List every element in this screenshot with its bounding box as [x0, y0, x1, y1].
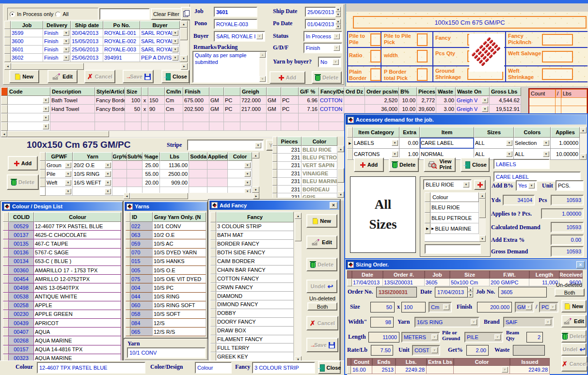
cell-gpwf[interactable]: Pile▼: [46, 170, 73, 178]
column-header[interactable]: Colors: [514, 127, 551, 138]
clear-filter-button[interactable]: Clear Filter: [151, 8, 182, 20]
add-color-button[interactable]: [474, 180, 486, 190]
table-row[interactable]: 231 VERT SAPIN: [272, 162, 337, 170]
scroll-thumb[interactable]: [295, 219, 302, 241]
column-header[interactable]: Size: [450, 270, 490, 279]
jobs-hscrollbar[interactable]: ◄ ►: [4, 63, 188, 70]
cell-code[interactable]: ▼: [8, 113, 50, 122]
dropdown-arrow-icon[interactable]: ▼: [528, 183, 535, 188]
finish-field[interactable]: 200.000: [477, 302, 512, 312]
dropdown-arrow-icon[interactable]: ▼: [543, 151, 549, 157]
column-header[interactable]: Pieces: [417, 87, 436, 96]
width-field[interactable]: [417, 50, 428, 62]
column-header[interactable]: [224, 87, 240, 96]
row-selector[interactable]: [210, 318, 216, 327]
table-row[interactable]: FILAMENT FANCY: [210, 335, 294, 344]
row-selector[interactable]: [210, 274, 216, 283]
column-header[interactable]: Grp%: [112, 152, 127, 161]
table-row[interactable]: 231 GRIS: [272, 193, 337, 198]
row-selector[interactable]: [210, 309, 216, 318]
column-header[interactable]: Color: [302, 137, 337, 146]
table-row[interactable]: 00137 4625-C CHOCOLATE: [3, 231, 121, 239]
scroll-down-icon[interactable]: ▼: [580, 154, 587, 160]
column-header[interactable]: Item: [420, 127, 474, 138]
dropdown-arrow-icon[interactable]: ▼: [543, 140, 549, 146]
column-header[interactable]: Cm/In: [165, 87, 183, 96]
table-row[interactable]: DIAMOND: [210, 292, 294, 300]
job-field[interactable]: 3601: [214, 7, 257, 17]
row-selector[interactable]: [3, 257, 9, 266]
dropdown-arrow-icon[interactable]: ▼: [105, 162, 111, 168]
row-selector[interactable]: [126, 293, 130, 301]
width-field[interactable]: 98: [370, 317, 394, 328]
unit-field[interactable]: PCS.: [556, 180, 584, 191]
dropdown-arrow-icon[interactable]: ▼: [65, 188, 71, 194]
job-no-field[interactable]: 3605: [498, 287, 547, 297]
brand-select[interactable]: SAIF▼: [503, 317, 554, 328]
column-header[interactable]: GPWF: [46, 152, 73, 161]
fancy-cancel-button[interactable]: ✗Cancel: [306, 316, 338, 330]
scroll-thumb[interactable]: [7, 131, 109, 137]
table-row[interactable]: BORDER FANCY: [210, 240, 294, 249]
table-row[interactable]: 231 BLEU RIOE: [272, 146, 337, 154]
size-unit-select[interactable]: Cm▼: [429, 302, 452, 312]
beam-qty-field[interactable]: 2: [526, 332, 543, 343]
accessory-close-button[interactable]: Close: [461, 157, 490, 172]
column-header[interactable]: Lbs: [160, 152, 189, 161]
table-row[interactable]: 00268 AQUA MARINE: [3, 336, 121, 345]
delete-button[interactable]: Delete: [312, 71, 342, 84]
table-row[interactable]: 00134 653-C ( BLUE ): [3, 257, 121, 266]
cell-colors[interactable]: ALL▼: [514, 149, 551, 160]
in-process-radio[interactable]: [10, 12, 15, 17]
column-header[interactable]: Job: [11, 21, 43, 29]
row-selector[interactable]: [3, 275, 9, 283]
table-row[interactable]: 3599 Finish▼ 30/04/2013 ROYALE-001 SARL …: [4, 29, 180, 37]
dropdown-arrow-icon[interactable]: ▼: [545, 319, 551, 325]
close-button[interactable]: Close: [161, 70, 190, 83]
row-selector[interactable]: [3, 239, 9, 248]
stripe-select[interactable]: ▼: [187, 140, 264, 151]
row-selector[interactable]: [272, 170, 277, 177]
table-row[interactable]: 231 BLEU PETROL: [272, 154, 337, 161]
row-selector[interactable]: [210, 249, 216, 257]
row-selector[interactable]: [210, 335, 216, 344]
dropdown-arrow-icon[interactable]: ▼: [65, 171, 71, 177]
dropdown-arrow-icon[interactable]: ▼: [431, 334, 438, 340]
table-row[interactable]: 00454 AMRILLO 12-0752TPX: [3, 275, 121, 283]
dropdown-arrow-icon[interactable]: ▼: [172, 38, 178, 44]
row-selector[interactable]: [210, 327, 216, 335]
row-selector[interactable]: [126, 266, 130, 275]
scroll-down-icon[interactable]: ▼: [180, 55, 188, 62]
dropdown-arrow-icon[interactable]: ▼: [43, 124, 49, 129]
cell-gpwf[interactable]: ▼: [46, 187, 73, 196]
scroll-down-icon[interactable]: ▼: [479, 235, 486, 242]
table-row[interactable]: ▼ Hand Towel Fancy Border 50 x 90 Cm 202…: [1, 105, 521, 113]
column-header[interactable]: [209, 87, 224, 96]
column-header[interactable]: Sodda: [189, 152, 207, 161]
table-row[interactable]: 063 10/2 O.E: [126, 231, 206, 239]
scroll-thumb[interactable]: [479, 199, 486, 218]
table-row[interactable]: 084 12/S: [126, 319, 206, 328]
row-selector[interactable]: [3, 293, 9, 301]
pono-field[interactable]: ROYALE-003: [214, 19, 257, 29]
row-selector[interactable]: [347, 366, 351, 374]
row-selector[interactable]: [425, 213, 430, 223]
dropdown-arrow-icon[interactable]: ▼: [65, 162, 71, 168]
table-row[interactable]: CRWN FANCY: [210, 283, 294, 292]
row-selector[interactable]: [425, 202, 430, 213]
table-row[interactable]: 231 BLEU MARINE: [272, 178, 337, 186]
pile-select[interactable]: PILE▼: [464, 332, 503, 343]
table-row[interactable]: 022 10/1 CONV: [126, 222, 206, 231]
close-x-icon[interactable]: ×: [576, 261, 585, 268]
both-button[interactable]: Both: [307, 302, 337, 311]
column-header[interactable]: Greigh: [240, 87, 267, 96]
table-row[interactable]: 3602 Finish▼ 25/06/2013 394991 PEP A DIV…: [4, 54, 180, 62]
list-item[interactable]: BLEU MARINE: [425, 223, 479, 234]
table-row[interactable]: 00135 467-C TAUPE: [3, 239, 121, 248]
row-selector[interactable]: [1, 113, 8, 122]
sizing-undel-button[interactable]: Undel↩: [561, 343, 587, 356]
scroll-up-icon[interactable]: ▲: [180, 21, 188, 28]
length-unit-select[interactable]: METERS▼: [401, 332, 440, 343]
row-selector[interactable]: [210, 300, 216, 309]
cell-item[interactable]: CARE LABEL: [420, 138, 474, 149]
